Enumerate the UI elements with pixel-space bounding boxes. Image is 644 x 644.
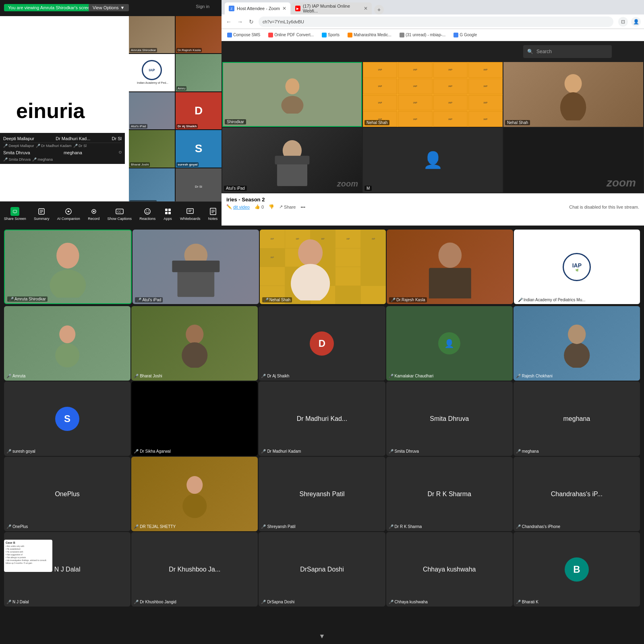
grid-tile-suresh[interactable]: S 🎤 suresh goyal: [4, 381, 130, 456]
bookmark-sms[interactable]: Compose SMS: [225, 32, 263, 38]
video-cell-atul[interactable]: zoom Atul's iPad: [222, 128, 362, 193]
participant-grid-rows: 🎤 Amruta 🎤 Bharat Joshi D 🎤 Dr Aj Shaikh: [0, 306, 644, 607]
tab-iap-youtube[interactable]: ▶ (17) IAP Mumbai Online Webfi... ✕: [291, 2, 372, 14]
participant-tile[interactable]: S suresh goyal: [176, 130, 222, 167]
tab-close-icon[interactable]: ✕: [364, 6, 368, 11]
video-tile-iap[interactable]: IAP 🌿 🎤Indian Academy of Pediatrics Mu..…: [514, 230, 640, 304]
video-cell-nehal[interactable]: Nehal Shah: [503, 62, 643, 127]
tab-close-icon[interactable]: ✕: [282, 6, 286, 11]
grid-tile-aj-shaikh[interactable]: D 🎤 Dr Aj Shaikh: [259, 306, 385, 381]
participant-display-name: N J Dalal: [54, 566, 81, 573]
bookmark-email[interactable]: (31 unread) - mbiap-...: [397, 32, 448, 38]
zoom-watermark: zoom: [607, 176, 636, 189]
video-tile-nehal[interactable]: IAP IAP IAP IAP IAP IAP: [260, 230, 386, 304]
grid-tile-bharat[interactable]: 🎤 Bharat Joshi: [131, 306, 258, 381]
participant-display-name: meghana: [563, 415, 590, 422]
svg-point-34: [50, 269, 86, 298]
participant-tile[interactable]: Dr Sl: [176, 168, 222, 205]
ai-companion-button[interactable]: AI Companion: [57, 207, 80, 221]
back-button[interactable]: ←: [225, 18, 233, 26]
svg-point-45: [182, 342, 207, 367]
whiteboards-icon: [186, 207, 195, 216]
record-icon: [89, 207, 98, 216]
participant-tile[interactable]: Dr.Rajesh Kasla: [176, 16, 222, 53]
bottom-video-row: 🎤Amruta Shirodkar 🎤Atul's iPad IAP IAP I…: [0, 226, 644, 306]
grid-tile-oneplus[interactable]: OnePlus 🎤 OnePlus: [4, 457, 130, 531]
participant-strip: Amruta Shirodkar Dr.Rajesh Kasla IAP Ind…: [129, 16, 222, 205]
edit-video-button[interactable]: ✏️ dit video: [226, 204, 250, 209]
grid-tile-smita[interactable]: Smita Dhruva 🎤 Smita Dhruva: [386, 381, 513, 456]
reactions-button[interactable]: Reactions: [139, 207, 155, 221]
profile-button[interactable]: 👤: [631, 17, 641, 27]
grid-tile-rajesh-c[interactable]: 🎤 Rajesh Chokhani: [514, 306, 640, 381]
new-tab-button[interactable]: +: [374, 5, 384, 14]
thumbs-down-button[interactable]: 👎: [269, 204, 274, 209]
bookmark-icon: [400, 33, 404, 37]
participant-tile[interactable]: D Dr Aj Shaikh: [176, 92, 222, 129]
svg-point-49: [186, 476, 203, 494]
video-tile-rajesh[interactable]: 🎤Dr.Rajesh Kasla: [387, 230, 513, 304]
view-options-button[interactable]: View Options ▼: [89, 4, 129, 11]
address-bar[interactable]: ch?v=7YmL1y6dvBU: [259, 17, 613, 27]
participant-display-name: Dr Madhuri Kad...: [297, 415, 347, 422]
sign-in-link[interactable]: Sign in: [196, 4, 209, 9]
svg-point-39: [291, 264, 330, 300]
scroll-down-indicator[interactable]: ▼: [319, 633, 325, 640]
svg-rect-41: [429, 268, 471, 298]
summary-button[interactable]: Summary: [34, 207, 50, 221]
grid-tile-meghana[interactable]: meghana 🎤 meghana: [514, 381, 640, 456]
more-options-button[interactable]: •••: [300, 205, 305, 209]
grid-tile-khushboo[interactable]: Dr Khushboo Ja... 🎤 Dr Khushboo Jangid: [131, 532, 258, 607]
share-button[interactable]: ↗ Share: [279, 204, 296, 209]
participant-tile[interactable]: Amruta Shirodkar: [129, 16, 175, 53]
bookmark-pdf[interactable]: Online PDF Convert...: [266, 32, 316, 38]
like-button[interactable]: 👍 0: [255, 204, 264, 209]
iap-emblem: IAP 🌿: [563, 253, 591, 281]
bookmark-mah[interactable]: Maharashtra Medic...: [345, 32, 394, 38]
apps-button[interactable]: Apps: [164, 207, 172, 221]
tab-zoom-host[interactable]: Z Host Attendee - Zoom ✕: [225, 2, 290, 14]
grid-tile-tejal[interactable]: 🎤 DR TEJAL SHETTY: [131, 457, 258, 531]
record-button[interactable]: Record: [88, 207, 99, 221]
grid-tile-chhaya[interactable]: Chhaya kushwaha 🎤 Chhaya kushwaha: [386, 532, 513, 607]
grid-tile-amruta[interactable]: 🎤 Amruta: [4, 306, 130, 381]
svg-point-44: [186, 325, 203, 344]
shared-text: einuria: [16, 99, 85, 123]
whiteboards-button[interactable]: Whiteboards: [180, 207, 201, 221]
participant-tile[interactable]: Rajesh Chokhani: [129, 168, 175, 205]
participant-display-name: Dr R K Sharma: [427, 491, 471, 498]
share-screen-button[interactable]: Share Screen: [4, 207, 26, 221]
grid-tile-sapna[interactable]: DrSapna Doshi 🎤 DrSapna Doshi: [259, 532, 385, 607]
forward-button[interactable]: →: [236, 18, 244, 26]
participant-tile[interactable]: Bharat Joshi: [129, 130, 175, 167]
participant-tile[interactable]: Amru: [176, 54, 222, 91]
extensions-button[interactable]: ⊡: [618, 17, 628, 27]
video-cell-presenter[interactable]: Shirodkar: [222, 62, 362, 127]
svg-rect-16: [165, 212, 168, 214]
video-tile-amruta[interactable]: 🎤Amruta Shirodkar: [4, 230, 132, 304]
grid-tile-sikha[interactable]: 🎤 Dr Sikha Agarwal: [131, 381, 258, 456]
participant-display-name: DrSapna Doshi: [300, 566, 344, 573]
browser-video-grid: Shirodkar IAP IAP IAP IAP IAP IAP IAP IA…: [222, 61, 644, 193]
svg-text:CC: CC: [117, 210, 121, 213]
captions-button[interactable]: CC Show Captions: [107, 207, 132, 221]
bookmark-sports[interactable]: Sports: [319, 32, 342, 38]
participant-tile[interactable]: IAP Indian Academy of Ped...: [129, 54, 175, 91]
video-cell-rajesh[interactable]: 👤 M: [363, 128, 503, 193]
notes-button[interactable]: Notes: [208, 207, 218, 221]
grid-tile-chandrahas[interactable]: Chandrahas's iP... 🎤 Chandrahas's iPhone: [514, 457, 640, 531]
avatar-b: B: [565, 557, 589, 582]
video-tile-atul[interactable]: 🎤Atul's iPad: [133, 230, 259, 304]
bookmark-google[interactable]: G Google: [451, 32, 479, 38]
video-cell-iap[interactable]: IAP IAP IAP IAP IAP IAP IAP IAP IAP IAP …: [363, 62, 503, 127]
grid-tile-rk-sharma[interactable]: Dr R K Sharma 🎤 Dr R K Sharma: [386, 457, 513, 531]
grid-tile-shreyansh[interactable]: Shreyansh Patil 🎤 Shreyansh Patil: [259, 457, 385, 531]
browser-search-bar[interactable]: 🔍 Search: [523, 45, 612, 58]
grid-tile-madhuri[interactable]: Dr Madhuri Kad... 🎤 Dr Madhuri Kadam: [259, 381, 385, 456]
grid-tile-kamalakar[interactable]: 👤 🎤 Kamalakar Chaudhari: [386, 306, 513, 381]
reactions-icon: [143, 207, 152, 216]
svg-point-27: [285, 79, 299, 94]
participant-tile[interactable]: Atul's iPad: [129, 92, 175, 129]
grid-tile-bharati[interactable]: B 🎤 Bharati K: [514, 532, 640, 607]
refresh-button[interactable]: ↻: [247, 18, 255, 26]
